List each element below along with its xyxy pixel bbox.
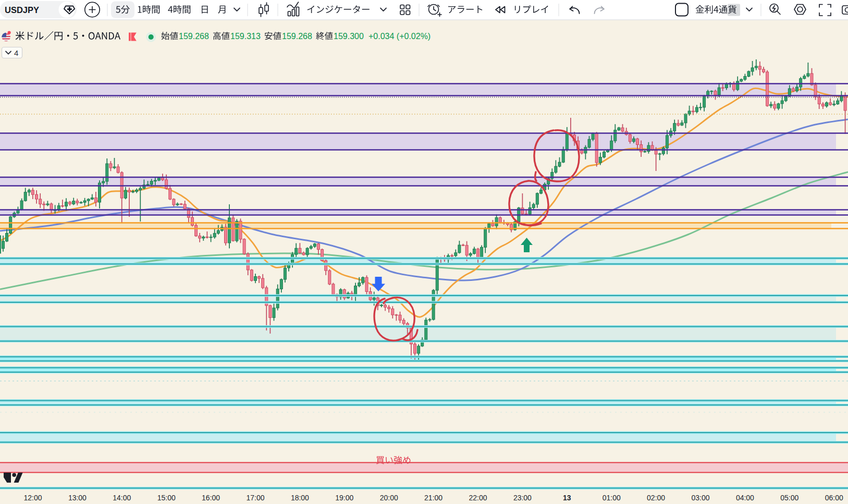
svg-text:22:00: 22:00 <box>469 494 487 502</box>
svg-text:02:00: 02:00 <box>647 494 665 502</box>
svg-text:14:00: 14:00 <box>113 494 131 502</box>
svg-text:13: 13 <box>563 494 571 502</box>
svg-text:05:00: 05:00 <box>780 494 798 502</box>
svg-text:15:00: 15:00 <box>157 494 176 502</box>
svg-text:18:00: 18:00 <box>291 494 309 502</box>
svg-text:159.268: 159.268 <box>179 32 209 41</box>
svg-text:159.313: 159.313 <box>230 32 261 41</box>
svg-text:12:00: 12:00 <box>23 494 42 502</box>
svg-text:23:00: 23:00 <box>513 494 532 502</box>
svg-text:20:00: 20:00 <box>380 494 398 502</box>
svg-text:04:00: 04:00 <box>736 494 754 502</box>
svg-text:21:00: 21:00 <box>424 494 443 502</box>
svg-text:4: 4 <box>14 48 18 57</box>
svg-text:03:00: 03:00 <box>691 494 709 502</box>
svg-text:USDJPY: USDJPY <box>5 5 39 15</box>
svg-text:01:00: 01:00 <box>603 494 621 502</box>
svg-text:+0.034 (+0.02%): +0.034 (+0.02%) <box>368 32 431 41</box>
svg-text:159.300: 159.300 <box>334 32 364 41</box>
svg-text:19:00: 19:00 <box>335 494 353 502</box>
svg-text:17:00: 17:00 <box>246 494 264 502</box>
svg-text:16:00: 16:00 <box>202 494 220 502</box>
svg-text:06:00: 06:00 <box>825 494 843 502</box>
svg-text:159.268: 159.268 <box>282 32 312 41</box>
svg-text:13:00: 13:00 <box>68 494 87 502</box>
